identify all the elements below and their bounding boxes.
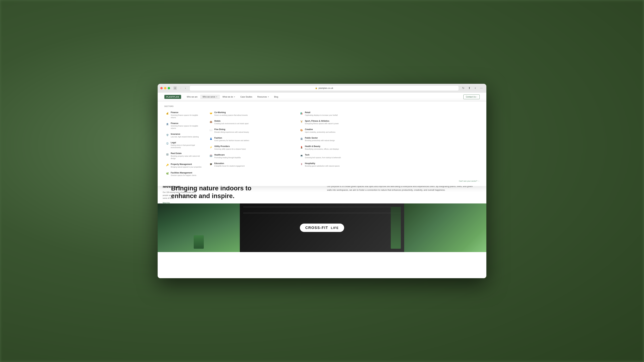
real-estate-title: Real Estate xyxy=(171,152,203,155)
menu-item-education[interactable]: 🎓 Education A biophilic boost for studen… xyxy=(208,161,295,169)
menu-item-property-mgmt[interactable]: 🔑 Property Management Bringing natural a… xyxy=(164,162,204,170)
sidebar-toggle[interactable]: ⊞ xyxy=(174,86,177,90)
creative-title: Creative xyxy=(305,128,336,131)
nav-blog[interactable]: Blog xyxy=(272,95,280,99)
menu-item-health-beauty[interactable]: 💄 Health & Beauty Beautifying concession… xyxy=(298,144,386,152)
menu-col-2: 🤝 Co-Working Green co-working spaces tha… xyxy=(208,110,298,178)
close-button[interactable] xyxy=(160,87,163,89)
hotels-desc: Creating lush environments to set hotels… xyxy=(214,122,248,125)
menu-item-coworking[interactable]: 🤝 Co-Working Green co-working spaces tha… xyxy=(208,110,295,118)
menu-item-real-estate[interactable]: 🏢 Real Estate Boosting property value wi… xyxy=(164,151,204,161)
tech-desc: Greening tech spaces, from startup to be… xyxy=(305,157,341,159)
finance-icon: 💰 xyxy=(166,112,169,115)
site-nav: PLANTPLAN Who we are Who we serve ▼ What… xyxy=(158,92,486,101)
hospitality-desc: Boosting guest satisfaction with natural… xyxy=(305,165,340,167)
menu-item-legal[interactable]: ⚖️ Legal Easing stress in fast-paced leg… xyxy=(164,140,204,150)
traffic-lights xyxy=(160,87,170,89)
menu-item-fashion[interactable]: 👗 Fashion Iconic greenery for fashion-ho… xyxy=(208,135,295,143)
coworking-title: Co-Working xyxy=(214,111,248,114)
hotels-title: Hotels xyxy=(214,120,248,122)
dropdown-layout: 💰 Finance Greening finance spaces for ta… xyxy=(164,110,480,182)
nav-links: Who we are Who we serve ▼ What we do ▼ C… xyxy=(184,95,464,99)
facilities-mgmt-icon: 🌿 xyxy=(166,172,169,175)
menu-item-facilities-mgmt[interactable]: 🌿 Facilities Management Greener spaces f… xyxy=(164,170,204,178)
more-button[interactable]: ⋯ xyxy=(479,86,484,90)
minimize-button[interactable] xyxy=(164,87,166,89)
legal-title: Legal xyxy=(171,141,203,144)
creative-desc: Inject creativity, productivity and well… xyxy=(305,131,336,133)
contact-arrow-icon: › xyxy=(476,96,477,98)
contact-button[interactable]: Contact Us › xyxy=(464,94,480,99)
hospitality-icon: 🍷 xyxy=(300,163,303,166)
coworking-icon: 🤝 xyxy=(209,112,213,115)
menu-item-retail[interactable]: 🛍️ Retail Captivating displays to increa… xyxy=(298,110,386,118)
finance-2-title: Finance xyxy=(171,122,203,125)
browser-nav-arrows: ‹ › xyxy=(179,86,188,90)
menu-item-sport[interactable]: 🏋️ Sport, Fitness & Athletics Energising… xyxy=(298,118,386,126)
finance-1-title: Finance xyxy=(171,111,203,114)
menu-item-hospitality[interactable]: 🍷 Hospitality Boosting guest satisfactio… xyxy=(298,161,386,169)
nav-who-we-are[interactable]: Who we are xyxy=(184,95,200,99)
cant-see-sector[interactable]: Can't see your sector? → xyxy=(164,180,480,182)
menu-item-finance-1[interactable]: 💰 Finance Greening finance spaces for ta… xyxy=(164,110,204,120)
health-beauty-title: Health & Beauty xyxy=(305,145,339,148)
legal-desc: Easing stress in fast-paced legal enviro… xyxy=(171,144,203,149)
image-panel-center: CROSS-FIT LIFE xyxy=(240,203,404,252)
healthcare-desc: Promoting healing through biophilia xyxy=(214,157,241,159)
reload-button[interactable]: ↻ xyxy=(461,86,466,90)
real-estate-desc: Boosting property value with nature-led … xyxy=(171,155,203,160)
education-icon: 🎓 xyxy=(209,163,213,166)
nav-right: Contact Us › xyxy=(464,94,480,99)
finance2-icon: 🏦 xyxy=(166,122,169,126)
back-button[interactable]: ‹ xyxy=(179,86,183,90)
facilities-mgmt-title: Facilities Management xyxy=(171,172,196,174)
utility-icon: ⚡ xyxy=(209,145,213,149)
retail-title: Retail xyxy=(305,111,338,114)
browser-window: ⊞ ‹ › 🔒 plantplan.co.uk ↻ ⬆ + ⋯ PLANTPLA… xyxy=(158,84,486,278)
new-tab-button[interactable]: + xyxy=(473,86,478,90)
nav-who-we-serve[interactable]: Who we serve ▼ xyxy=(200,95,220,99)
property-mgmt-title: Property Management xyxy=(171,163,202,166)
menu-col-3: 🛍️ Retail Captivating displays to increa… xyxy=(298,110,389,178)
finance-1-desc: Greening finance spaces for tangible ret… xyxy=(171,114,203,119)
insurance-icon: 🛡️ xyxy=(166,133,169,137)
fashion-icon: 👗 xyxy=(209,137,213,140)
legal-icon: ⚖️ xyxy=(166,142,169,145)
menu-item-fine-dining[interactable]: 🍽️ Fine Dining Elevate dining experience… xyxy=(208,127,295,135)
utility-title: Utility Providers xyxy=(214,145,246,148)
fine-dining-icon: 🍽️ xyxy=(209,129,213,132)
menu-item-tech[interactable]: 💻 Tech Greening tech spaces, from startu… xyxy=(298,152,386,160)
menu-item-insurance[interactable]: 🛡️ Insurance Low-risk, high-reward inter… xyxy=(164,132,204,139)
sport-icon: 🏋️ xyxy=(300,120,303,123)
education-desc: A biophilic boost for student engagement xyxy=(214,165,245,167)
education-title: Education xyxy=(214,162,245,165)
menu-col-1: 💰 Finance Greening finance spaces for ta… xyxy=(164,110,208,178)
nav-what-we-do[interactable]: What we do ▼ xyxy=(220,95,238,99)
nav-resources[interactable]: Resources ▼ xyxy=(255,95,271,99)
image-panel-right xyxy=(404,203,486,252)
menu-item-healthcare[interactable]: 🏥 Healthcare Promoting healing through b… xyxy=(208,152,295,160)
sectors-label: Sectors xyxy=(164,105,480,107)
maximize-button[interactable] xyxy=(168,87,170,89)
menu-item-public-sector[interactable]: 🏛️ Public Sector Boosting productivity w… xyxy=(298,135,386,143)
image-panel-left xyxy=(158,203,240,252)
forward-button[interactable]: › xyxy=(184,86,188,90)
logo-button[interactable]: PLANTPLAN xyxy=(164,95,181,99)
url-bar[interactable]: 🔒 plantplan.co.uk xyxy=(190,85,459,91)
real-estate-icon: 🏢 xyxy=(166,152,169,156)
property-mgmt-icon: 🔑 xyxy=(166,163,169,167)
browser-content: PLANTPLAN Who we are Who we serve ▼ What… xyxy=(158,92,486,278)
nav-case-studies[interactable]: Case Studies xyxy=(238,95,254,99)
creative-icon: 🎨 xyxy=(300,129,303,132)
purpose-content: Bringing nature indoors to enhance and i… xyxy=(171,185,473,200)
menu-item-finance-2[interactable]: 🏦 Finance Greening finance spaces for ta… xyxy=(164,121,204,131)
menu-item-creative[interactable]: 🎨 Creative Inject creativity, productivi… xyxy=(298,127,386,135)
fashion-title: Fashion xyxy=(214,137,249,139)
share-button[interactable]: ⬆ xyxy=(467,86,472,90)
crossfit-overlay: CROSS-FIT LIFE xyxy=(240,203,404,252)
meet-team-button[interactable]: Meet the xyxy=(163,202,170,204)
who-we-serve-dropdown: Sectors 💰 Finance Greening finance space… xyxy=(158,101,486,186)
tech-title: Tech xyxy=(305,154,341,156)
menu-item-hotels[interactable]: 🏨 Hotels Creating lush environments to s… xyxy=(208,118,295,126)
menu-item-utility[interactable]: ⚡ Utility Providers Greening utility spa… xyxy=(208,144,295,152)
